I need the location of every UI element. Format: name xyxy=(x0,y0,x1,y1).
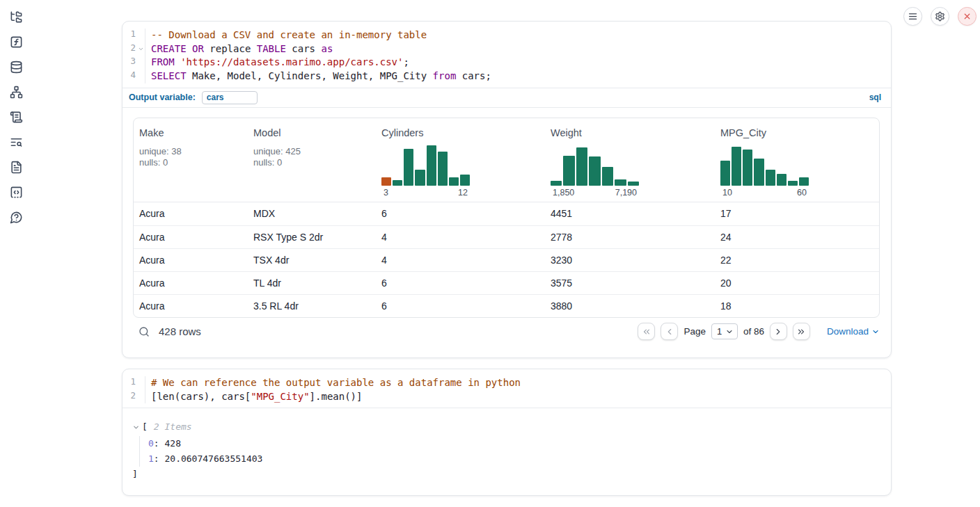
code-token: TABLE xyxy=(257,43,286,54)
axis-min-label: 1,850 xyxy=(553,188,574,198)
code-token: 'https://datasets.marimo.app/cars.csv' xyxy=(180,56,403,67)
chevrons-left-icon xyxy=(642,327,651,337)
previous-page-button[interactable] xyxy=(661,323,678,340)
table-body: AcuraMDX6445117AcuraRSX Type S 2dr427782… xyxy=(134,202,879,317)
column-header: Weight1,8507,190 xyxy=(545,118,715,202)
code-token: SELECT xyxy=(151,70,187,81)
output-variable-input[interactable] xyxy=(202,91,258,104)
sidebar-item-table-of-contents[interactable] xyxy=(10,135,24,149)
shutdown-button[interactable] xyxy=(958,7,977,26)
histogram-bar xyxy=(427,145,436,186)
output-item-value: 428 xyxy=(164,438,180,449)
sql-code-area: 1234 -- Download a CSV and create an in-… xyxy=(122,22,891,88)
page-select[interactable]: 1 xyxy=(711,323,738,339)
histogram-bars xyxy=(381,145,470,186)
code-line: -- Download a CSV and create an in-memor… xyxy=(151,29,491,42)
page-select-value: 1 xyxy=(717,326,722,337)
sidebar-item-help[interactable] xyxy=(10,210,24,224)
code-token: [len(cars), cars[ xyxy=(151,391,251,402)
column-stats: unique: 38nulls: 0 xyxy=(139,146,242,169)
download-label: Download xyxy=(827,326,869,337)
output-item-colon: : xyxy=(154,438,165,449)
chevron-down-icon xyxy=(725,328,734,336)
code-token: # We can reference the output variable a… xyxy=(151,377,521,388)
column-header-name[interactable]: Model xyxy=(253,127,370,138)
column-header: Modelunique: 425nulls: 0 xyxy=(248,118,376,202)
axis-max-label: 12 xyxy=(458,188,468,198)
line-number: 2 xyxy=(122,390,145,404)
column-header-name[interactable]: Make xyxy=(139,127,242,138)
table-cell: MDX xyxy=(248,202,376,225)
table-cell: 17 xyxy=(715,202,879,225)
histogram-bars xyxy=(720,145,809,186)
table-cell: 6 xyxy=(376,202,545,225)
table-cell: 2778 xyxy=(545,226,715,248)
sidebar-item-data-sources[interactable] xyxy=(10,60,24,74)
histogram-bar xyxy=(766,170,775,186)
histogram-bar xyxy=(743,150,752,186)
table-cell: 4 xyxy=(376,249,545,271)
table-row: AcuraTL 4dr6357520 xyxy=(134,271,879,294)
table-cell: RSX Type S 2dr xyxy=(248,226,376,248)
first-page-button[interactable] xyxy=(638,323,655,340)
code-line: SELECT Make, Model, Cylinders, Weight, M… xyxy=(151,70,491,83)
line-number: 1 xyxy=(122,29,145,42)
page-total-label: of 86 xyxy=(743,326,764,337)
file-tree-icon xyxy=(10,10,24,24)
sidebar-item-variables[interactable] xyxy=(10,35,24,49)
table-cell: 3.5 RL 4dr xyxy=(248,295,376,317)
sidebar-item-logs[interactable] xyxy=(10,110,24,124)
histogram-bar xyxy=(628,182,639,186)
settings-button[interactable] xyxy=(931,7,949,26)
column-header-name[interactable]: Cylinders xyxy=(381,127,539,138)
column-header-name[interactable]: Weight xyxy=(551,127,709,138)
database-icon xyxy=(10,61,24,74)
python-output: [ 2 Items 0: 4281: 20.060747663551403 ] xyxy=(122,408,891,482)
chevron-down-icon[interactable] xyxy=(132,424,142,431)
table-cell: 3575 xyxy=(545,272,715,294)
next-page-button[interactable] xyxy=(770,323,787,340)
file-text-icon xyxy=(10,161,24,174)
text-search-icon xyxy=(10,136,24,149)
code-line: # We can reference the output variable a… xyxy=(151,376,521,390)
histogram-bar xyxy=(602,167,613,186)
sidebar-item-snippets[interactable] xyxy=(10,185,24,199)
code-token: cars; xyxy=(456,70,491,81)
sidebar-item-dependency-graph[interactable] xyxy=(10,85,24,99)
histogram: 1,8507,190 xyxy=(551,145,709,198)
output-item-value: 20.060747663551403 xyxy=(164,453,262,464)
column-stat: unique: 425 xyxy=(253,146,370,158)
column-header: MPG_City1060 xyxy=(715,118,879,202)
page-label: Page xyxy=(683,326,706,337)
table-cell: 4451 xyxy=(545,202,715,225)
column-header-name[interactable]: MPG_City xyxy=(720,127,874,138)
python-code-area: 12 # We can reference the output variabl… xyxy=(122,369,891,408)
table-cell: 22 xyxy=(715,249,879,271)
output-item-colon: : xyxy=(154,453,165,464)
download-button[interactable]: Download xyxy=(827,326,880,337)
histogram-axis: 1060 xyxy=(720,186,809,198)
scroll-text-icon xyxy=(10,111,24,124)
sidebar-item-file-explorer[interactable] xyxy=(10,10,24,24)
sidebar-item-documentation[interactable] xyxy=(10,160,24,174)
pagination: Page 1 of 86 Download xyxy=(638,323,880,340)
gear-icon xyxy=(935,11,945,22)
python-code-editor[interactable]: # We can reference the output variable a… xyxy=(145,376,521,403)
histogram-bar xyxy=(720,161,730,186)
notebook-menu-button[interactable] xyxy=(903,7,922,26)
table-cell: 3880 xyxy=(545,295,715,317)
search-icon[interactable] xyxy=(139,326,150,337)
help-chat-icon xyxy=(10,211,24,224)
fold-chevron-icon[interactable] xyxy=(138,46,144,52)
table-cell: Acura xyxy=(134,226,248,248)
sql-code-editor[interactable]: -- Download a CSV and create an in-memor… xyxy=(145,29,491,83)
histogram-bar xyxy=(777,174,787,186)
table-cell: 18 xyxy=(715,295,879,317)
line-number: 2 xyxy=(122,42,145,56)
table-cell: Acura xyxy=(134,295,248,317)
code-token: ].mean()] xyxy=(310,391,363,402)
output-tree-items: 0: 4281: 20.060747663551403 xyxy=(139,436,891,467)
last-page-button[interactable] xyxy=(793,323,810,340)
histogram: 312 xyxy=(381,145,539,198)
network-icon xyxy=(10,86,24,99)
